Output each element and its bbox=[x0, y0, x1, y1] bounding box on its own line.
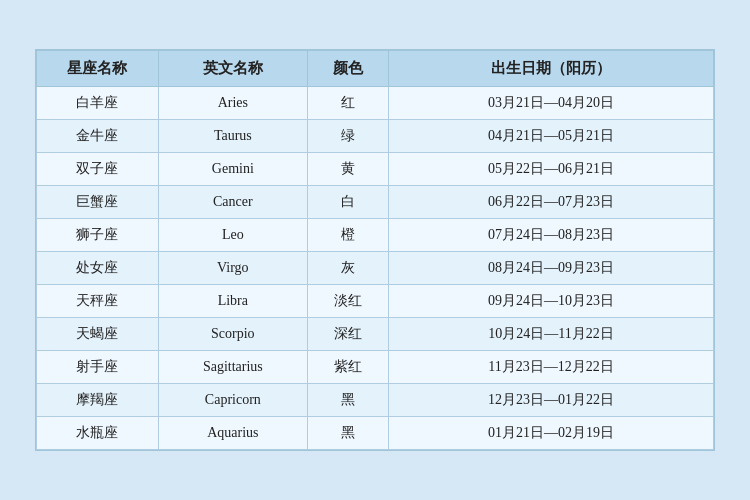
table-row: 处女座Virgo灰08月24日—09月23日 bbox=[37, 252, 714, 285]
cell-date: 12月23日—01月22日 bbox=[389, 384, 714, 417]
cell-color: 白 bbox=[307, 186, 388, 219]
cell-english: Sagittarius bbox=[158, 351, 307, 384]
cell-english: Leo bbox=[158, 219, 307, 252]
cell-color: 淡红 bbox=[307, 285, 388, 318]
cell-english: Taurus bbox=[158, 120, 307, 153]
cell-date: 07月24日—08月23日 bbox=[389, 219, 714, 252]
table-row: 射手座Sagittarius紫红11月23日—12月22日 bbox=[37, 351, 714, 384]
cell-date: 05月22日—06月21日 bbox=[389, 153, 714, 186]
cell-chinese: 金牛座 bbox=[37, 120, 159, 153]
cell-chinese: 白羊座 bbox=[37, 87, 159, 120]
cell-date: 01月21日—02月19日 bbox=[389, 417, 714, 450]
cell-color: 紫红 bbox=[307, 351, 388, 384]
cell-english: Aquarius bbox=[158, 417, 307, 450]
cell-chinese: 摩羯座 bbox=[37, 384, 159, 417]
header-color: 颜色 bbox=[307, 51, 388, 87]
cell-english: Scorpio bbox=[158, 318, 307, 351]
table-row: 金牛座Taurus绿04月21日—05月21日 bbox=[37, 120, 714, 153]
header-english: 英文名称 bbox=[158, 51, 307, 87]
cell-date: 10月24日—11月22日 bbox=[389, 318, 714, 351]
cell-date: 03月21日—04月20日 bbox=[389, 87, 714, 120]
cell-color: 绿 bbox=[307, 120, 388, 153]
table-row: 白羊座Aries红03月21日—04月20日 bbox=[37, 87, 714, 120]
cell-chinese: 水瓶座 bbox=[37, 417, 159, 450]
table-row: 摩羯座Capricorn黑12月23日—01月22日 bbox=[37, 384, 714, 417]
cell-date: 09月24日—10月23日 bbox=[389, 285, 714, 318]
header-chinese: 星座名称 bbox=[37, 51, 159, 87]
table-row: 天蝎座Scorpio深红10月24日—11月22日 bbox=[37, 318, 714, 351]
table-row: 双子座Gemini黄05月22日—06月21日 bbox=[37, 153, 714, 186]
table-body: 白羊座Aries红03月21日—04月20日金牛座Taurus绿04月21日—0… bbox=[37, 87, 714, 450]
cell-chinese: 处女座 bbox=[37, 252, 159, 285]
cell-date: 06月22日—07月23日 bbox=[389, 186, 714, 219]
table-row: 狮子座Leo橙07月24日—08月23日 bbox=[37, 219, 714, 252]
cell-color: 橙 bbox=[307, 219, 388, 252]
cell-chinese: 狮子座 bbox=[37, 219, 159, 252]
cell-english: Cancer bbox=[158, 186, 307, 219]
cell-chinese: 双子座 bbox=[37, 153, 159, 186]
cell-english: Virgo bbox=[158, 252, 307, 285]
cell-color: 黑 bbox=[307, 384, 388, 417]
zodiac-table: 星座名称 英文名称 颜色 出生日期（阳历） 白羊座Aries红03月21日—04… bbox=[36, 50, 714, 450]
zodiac-table-container: 星座名称 英文名称 颜色 出生日期（阳历） 白羊座Aries红03月21日—04… bbox=[35, 49, 715, 451]
table-row: 巨蟹座Cancer白06月22日—07月23日 bbox=[37, 186, 714, 219]
table-row: 天秤座Libra淡红09月24日—10月23日 bbox=[37, 285, 714, 318]
cell-date: 04月21日—05月21日 bbox=[389, 120, 714, 153]
cell-date: 08月24日—09月23日 bbox=[389, 252, 714, 285]
cell-english: Aries bbox=[158, 87, 307, 120]
cell-date: 11月23日—12月22日 bbox=[389, 351, 714, 384]
cell-english: Libra bbox=[158, 285, 307, 318]
cell-chinese: 巨蟹座 bbox=[37, 186, 159, 219]
cell-english: Gemini bbox=[158, 153, 307, 186]
cell-english: Capricorn bbox=[158, 384, 307, 417]
cell-chinese: 天秤座 bbox=[37, 285, 159, 318]
cell-color: 黑 bbox=[307, 417, 388, 450]
header-date: 出生日期（阳历） bbox=[389, 51, 714, 87]
cell-color: 灰 bbox=[307, 252, 388, 285]
table-header-row: 星座名称 英文名称 颜色 出生日期（阳历） bbox=[37, 51, 714, 87]
cell-chinese: 射手座 bbox=[37, 351, 159, 384]
cell-chinese: 天蝎座 bbox=[37, 318, 159, 351]
cell-color: 黄 bbox=[307, 153, 388, 186]
cell-color: 红 bbox=[307, 87, 388, 120]
table-row: 水瓶座Aquarius黑01月21日—02月19日 bbox=[37, 417, 714, 450]
cell-color: 深红 bbox=[307, 318, 388, 351]
